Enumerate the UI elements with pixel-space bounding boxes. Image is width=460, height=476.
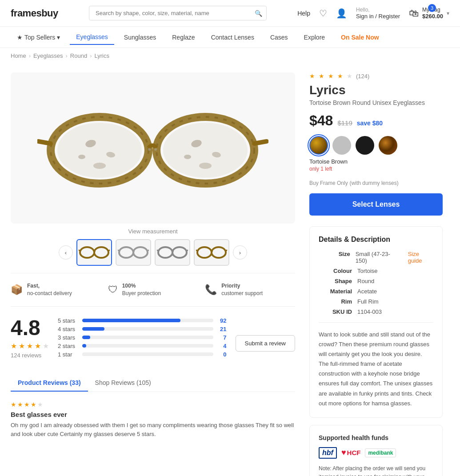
bar-count-4: 21 <box>218 326 227 332</box>
svg-point-22 <box>119 247 133 258</box>
product-left: View measurement ‹ <box>11 72 295 476</box>
view-measurement-link[interactable]: View measurement <box>11 228 295 235</box>
breadcrumb: Home › Eyeglasses › Round › Lyrics <box>0 48 460 64</box>
hello-label: Hello, <box>356 7 400 13</box>
thumb-glasses-4 <box>196 244 227 261</box>
chevron-down-icon: ▾ <box>447 10 449 16</box>
thumbnail-4[interactable] <box>194 239 229 266</box>
nav-item-sunglasses[interactable]: Sunglasses <box>118 30 162 44</box>
delivery-icon: 📦 <box>11 284 23 296</box>
tab-product-reviews[interactable]: Product Reviews (33) <box>11 375 88 392</box>
color-swatches <box>309 136 443 155</box>
review-title: Best glasses ever <box>11 411 295 418</box>
reviews-summary: 4.8 ★ ★ ★ ★ ★ 124 reviews 5 stars 92 <box>11 316 295 364</box>
p-star-4: ★ <box>337 72 343 80</box>
user-icon[interactable]: 👤 <box>336 8 347 19</box>
nav-item-eyeglasses[interactable]: Eyeglasses <box>70 30 114 45</box>
size-guide-link[interactable]: Size guide <box>408 251 433 264</box>
bar-wrap-1 <box>82 352 213 356</box>
svg-line-24 <box>118 250 119 251</box>
breadcrumb-home[interactable]: Home <box>11 52 26 59</box>
medibank-logo: medibank <box>365 447 396 459</box>
svg-point-4 <box>163 123 248 178</box>
tab-shop-reviews[interactable]: Shop Reviews (105) <box>88 375 158 392</box>
review-star-4: ★ <box>31 401 36 408</box>
product-right: ★ ★ ★ ★ ★ (124) Lyrics Tortoise Brown Ro… <box>309 72 443 476</box>
swatch-black[interactable] <box>356 136 374 155</box>
product-description: Want to look subtle and still stand out … <box>319 322 433 408</box>
main-content: View measurement ‹ <box>0 64 460 476</box>
rating-big-area: 4.8 ★ ★ ★ ★ ★ 124 reviews <box>11 316 49 364</box>
nav-item-cases[interactable]: Cases <box>264 30 294 44</box>
svg-point-30 <box>197 247 212 258</box>
breadcrumb-round[interactable]: Round <box>70 52 87 59</box>
detail-key-colour: Colour <box>319 268 352 274</box>
bag-total: $260.00 <box>422 13 443 20</box>
nav-item-top-sellers[interactable]: ★ Top Sellers ▾ <box>11 30 66 44</box>
svg-point-18 <box>80 247 94 258</box>
breadcrumb-sep-3: › <box>90 52 92 59</box>
hbf-logo: hbf <box>319 447 337 459</box>
details-section: Details & Description Size Small (47-23-… <box>309 226 443 418</box>
medibank-logo-text: medibank <box>365 448 396 457</box>
health-logos: hbf ♥ HCF medibank <box>319 447 433 459</box>
star-1: ★ <box>11 342 17 350</box>
thumb-glasses-1 <box>79 244 110 261</box>
svg-point-16 <box>148 148 151 151</box>
bar-fill-3 <box>82 336 90 339</box>
bar-wrap-2 <box>82 344 213 348</box>
feature-delivery-text: Fast,no-contact delivery <box>27 282 72 297</box>
review-text: Oh my god I am already obsessed with the… <box>11 421 295 440</box>
svg-point-10 <box>93 163 106 169</box>
thumb-prev-button[interactable]: ‹ <box>59 245 73 260</box>
select-lenses-button[interactable]: Select Lenses <box>309 193 443 216</box>
review-stars: ★ ★ ★ ★ ★ <box>11 401 295 408</box>
health-note: Note: After placing the order we will se… <box>319 464 433 476</box>
thumbnail-2[interactable] <box>116 239 151 266</box>
review-tabs: Product Reviews (33) Shop Reviews (105) <box>11 375 295 392</box>
breadcrumb-eyeglasses[interactable]: Eyeglasses <box>33 52 63 59</box>
product-save: save $80 <box>357 120 383 127</box>
breadcrumb-sep-2: › <box>66 52 68 59</box>
swatch-tortoise-brown[interactable] <box>309 136 328 155</box>
swatch-silver[interactable] <box>332 136 351 155</box>
product-review-count: (124) <box>356 73 369 80</box>
nav-item-on-sale-now[interactable]: On Sale Now <box>335 30 385 44</box>
bag-button[interactable]: 🛍 3 My Bag $260.00 ▾ <box>409 7 449 20</box>
svg-line-20 <box>79 250 80 251</box>
thumb-next-button[interactable]: › <box>233 245 247 260</box>
review-star-5: ★ <box>37 401 43 408</box>
bar-row-4: 4 stars 21 <box>58 326 227 332</box>
svg-point-11 <box>78 155 85 159</box>
user-account[interactable]: Hello, Sign in / Register <box>356 7 400 20</box>
thumbnail-3[interactable] <box>155 239 190 266</box>
detail-key-material: Material <box>319 288 352 295</box>
nav-item-contact-lenses[interactable]: Contact Lenses <box>205 30 260 44</box>
bag-icon: 🛍 <box>409 8 419 19</box>
svg-point-19 <box>94 247 108 258</box>
bar-fill-2 <box>82 344 86 348</box>
svg-line-21 <box>108 250 110 251</box>
thumbnail-strip: ‹ <box>11 239 295 266</box>
bar-count-3: 7 <box>218 334 227 341</box>
star-4: ★ <box>35 342 41 350</box>
product-was-price: $119 <box>337 119 352 127</box>
product-image-area <box>11 72 295 224</box>
help-link[interactable]: Help <box>297 10 310 17</box>
swatch-brown-tortoise[interactable] <box>379 136 397 155</box>
nav-item-reglaze[interactable]: Reglaze <box>166 30 201 44</box>
detail-val-shape: Round <box>357 278 374 284</box>
rating-stars: ★ ★ ★ ★ ★ <box>11 342 49 350</box>
product-subtitle: Tortoise Brown Round Unisex Eyeglasses <box>309 99 443 106</box>
signin-link[interactable]: Sign in / Register <box>356 13 400 20</box>
thumbnail-1[interactable] <box>76 239 112 266</box>
search-input[interactable] <box>89 6 267 20</box>
p-star-5: ★ <box>347 72 352 80</box>
bar-label-1: 1 star <box>58 351 78 358</box>
detail-key-size: Size <box>319 251 350 264</box>
submit-review-button[interactable]: Submit a review <box>236 335 295 352</box>
nav-item-explore[interactable]: Explore <box>298 30 331 44</box>
wishlist-icon[interactable]: ♡ <box>319 8 327 19</box>
review-star-2: ★ <box>17 401 23 408</box>
detail-rim: Rim Full Rim <box>319 298 433 305</box>
